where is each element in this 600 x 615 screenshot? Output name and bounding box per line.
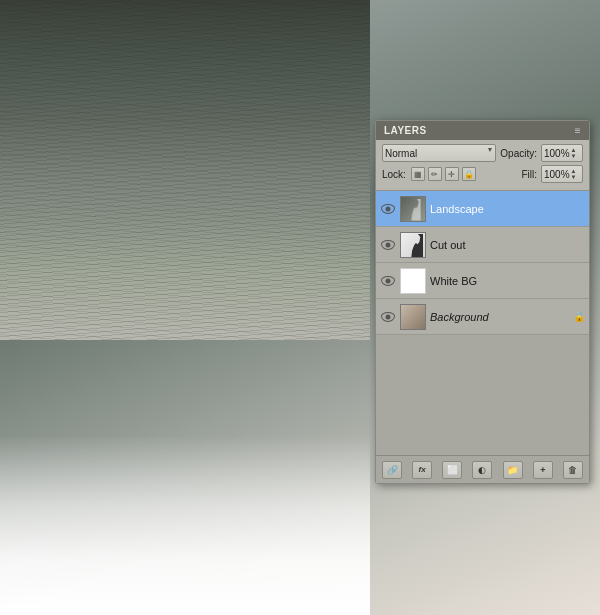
layer-name-white-bg: White BG: [430, 275, 585, 287]
layer-name-landscape: Landscape: [430, 203, 585, 215]
delete-layer-button[interactable]: 🗑: [563, 461, 583, 479]
layer-visibility-background[interactable]: [380, 309, 396, 325]
layer-visibility-cutout[interactable]: [380, 237, 396, 253]
opacity-field[interactable]: 100% ▲ ▼: [541, 144, 583, 162]
layer-visibility-white-bg[interactable]: [380, 273, 396, 289]
layer-lock-badge-background: 🔒: [573, 310, 585, 324]
lock-label: Lock:: [382, 169, 406, 180]
panel-footer: 🔗 fx ⬜ ◐ 📁 + 🗑: [376, 455, 589, 483]
opacity-value: 100%: [544, 148, 570, 159]
thumb-cutout-shape: [401, 233, 425, 257]
layer-thumbnail-cutout: [400, 232, 426, 258]
blend-opacity-row: Normal Dissolve Multiply Screen Overlay …: [382, 144, 583, 162]
eye-icon-cutout: [381, 240, 395, 250]
lock-transparency-icon[interactable]: ▦: [411, 167, 425, 181]
layer-item-white-bg[interactable]: White BG: [376, 263, 589, 299]
eye-icon-white-bg: [381, 276, 395, 286]
layer-thumbnail-white-bg: [400, 268, 426, 294]
layers-scroll-area: [376, 335, 589, 455]
lock-move-icon[interactable]: ✛: [445, 167, 459, 181]
blend-mode-select[interactable]: Normal Dissolve Multiply Screen Overlay: [382, 144, 496, 162]
eye-icon-background: [381, 312, 395, 322]
fill-field[interactable]: 100% ▲ ▼: [541, 165, 583, 183]
layer-name-background: Background: [430, 311, 569, 323]
panel-title: LAYERS: [384, 125, 427, 136]
fill-label: Fill:: [521, 169, 537, 180]
layers-list: Landscape Cut out White BG: [376, 191, 589, 335]
trees-texture: [0, 0, 370, 340]
opacity-arrows[interactable]: ▲ ▼: [571, 147, 577, 159]
layer-item-cutout[interactable]: Cut out: [376, 227, 589, 263]
layer-name-cutout: Cut out: [430, 239, 585, 251]
layer-thumbnail-background: [400, 304, 426, 330]
lock-all-icon[interactable]: 🔒: [462, 167, 476, 181]
layers-panel: LAYERS ≡ Normal Dissolve Multiply Screen…: [375, 120, 590, 484]
link-layers-button[interactable]: 🔗: [382, 461, 402, 479]
layer-item-landscape[interactable]: Landscape: [376, 191, 589, 227]
panel-header: LAYERS ≡: [376, 121, 589, 140]
layer-item-background[interactable]: Background 🔒: [376, 299, 589, 335]
canvas-area: LAYERS ≡ Normal Dissolve Multiply Screen…: [0, 0, 600, 615]
lock-fill-row: Lock: ▦ ✏ ✛ 🔒 Fill: 100% ▲ ▼: [382, 165, 583, 183]
fill-arrows[interactable]: ▲ ▼: [571, 168, 577, 180]
layer-thumbnail-landscape: [400, 196, 426, 222]
canvas-white-fade: [0, 435, 370, 615]
layer-effects-button[interactable]: fx: [412, 461, 432, 479]
lock-paint-icon[interactable]: ✏: [428, 167, 442, 181]
group-layer-button[interactable]: 📁: [503, 461, 523, 479]
adjustment-layer-button[interactable]: ◐: [472, 461, 492, 479]
lock-row: Lock: ▦ ✏ ✛ 🔒: [382, 167, 476, 181]
blend-mode-wrapper[interactable]: Normal Dissolve Multiply Screen Overlay: [382, 144, 496, 162]
eye-icon-landscape: [381, 204, 395, 214]
layer-visibility-landscape[interactable]: [380, 201, 396, 217]
opacity-label: Opacity:: [500, 148, 537, 159]
panel-menu-icon[interactable]: ≡: [575, 125, 581, 136]
add-mask-button[interactable]: ⬜: [442, 461, 462, 479]
new-layer-button[interactable]: +: [533, 461, 553, 479]
fill-value: 100%: [544, 169, 570, 180]
panel-controls: Normal Dissolve Multiply Screen Overlay …: [376, 140, 589, 191]
